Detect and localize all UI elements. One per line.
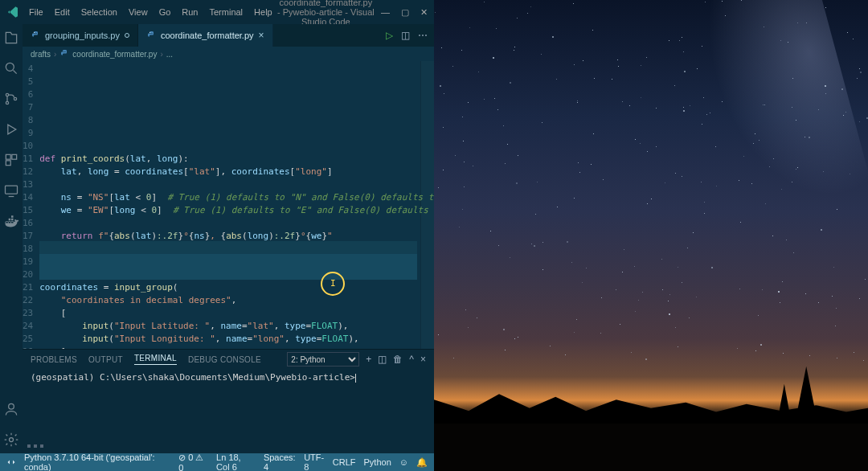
close-icon[interactable]: ✕ <box>420 7 428 18</box>
svg-rect-5 <box>12 154 17 159</box>
svg-point-8 <box>9 403 14 409</box>
account-icon[interactable] <box>2 400 20 418</box>
svg-rect-7 <box>6 186 18 194</box>
terminal-content[interactable]: (geospatial) C:\Users\shaka\Documents\Me… <box>23 369 434 439</box>
status-language[interactable]: Python <box>364 457 391 467</box>
tab-coordinate-formatter[interactable]: coordinate_formatter.py × <box>138 24 273 47</box>
desktop-wallpaper <box>434 0 868 471</box>
terminal-selector[interactable]: 2: Python <box>287 352 359 367</box>
modified-dot-icon <box>125 33 129 38</box>
kill-terminal-icon[interactable]: 🗑 <box>393 354 403 365</box>
status-python-env[interactable]: Python 3.7.10 64-bit ('geospatial': cond… <box>24 453 170 471</box>
breadcrumb[interactable]: drafts › coordinate_formatter.py › ... <box>23 47 434 61</box>
minimize-icon[interactable]: — <box>381 7 390 18</box>
editor-tabs: grouping_inputs.py coordinate_formatter.… <box>23 24 434 47</box>
python-file-icon <box>146 31 156 40</box>
maximize-icon[interactable]: ▢ <box>401 7 409 18</box>
settings-gear-icon[interactable] <box>2 431 20 448</box>
activity-bar <box>0 24 23 453</box>
split-terminal-icon[interactable]: ◫ <box>378 354 387 365</box>
status-eol[interactable]: CRLF <box>333 457 356 467</box>
titlebar[interactable]: File Edit Selection View Go Run Terminal… <box>0 0 434 24</box>
menu-bar: File Edit Selection View Go Run Terminal… <box>24 6 277 18</box>
status-feedback-icon[interactable]: ☺ <box>399 457 408 467</box>
python-file-icon <box>59 49 69 59</box>
code-content[interactable]: def print_coords(lat, long): lat, long =… <box>39 61 434 349</box>
menu-file[interactable]: File <box>24 6 48 18</box>
breadcrumb-file[interactable]: coordinate_formatter.py <box>72 50 157 59</box>
maximize-panel-icon[interactable]: ^ <box>409 354 414 365</box>
tab-grouping-inputs[interactable]: grouping_inputs.py <box>23 24 138 47</box>
panel-tab-debug-console[interactable]: DEBUG CONSOLE <box>188 355 261 364</box>
svg-rect-6 <box>6 161 10 166</box>
close-panel-icon[interactable]: × <box>420 354 426 365</box>
status-remote-icon[interactable] <box>6 457 16 467</box>
status-encoding[interactable]: UTF-8 <box>304 453 325 471</box>
status-bar: Python 3.7.10 64-bit ('geospatial': cond… <box>0 453 434 471</box>
run-debug-icon[interactable] <box>2 121 20 138</box>
svg-rect-4 <box>6 154 10 159</box>
breadcrumb-symbol[interactable]: ... <box>166 50 173 59</box>
python-file-icon <box>31 31 40 40</box>
remote-icon[interactable] <box>2 182 20 199</box>
chevron-right-icon: › <box>54 50 56 59</box>
menu-edit[interactable]: Edit <box>50 6 75 18</box>
svg-point-3 <box>14 97 16 100</box>
search-icon[interactable] <box>2 59 20 77</box>
svg-point-10 <box>34 32 35 33</box>
split-editor-icon[interactable]: ◫ <box>401 30 410 41</box>
status-indentation[interactable]: Spaces: 4 <box>264 453 296 471</box>
panel-tab-terminal[interactable]: TERMINAL <box>134 354 177 365</box>
status-cursor-position[interactable]: Ln 18, Col 6 <box>216 453 256 471</box>
svg-point-1 <box>6 93 8 96</box>
tab-label: coordinate_formatter.py <box>161 31 254 40</box>
tab-label: grouping_inputs.py <box>45 31 120 40</box>
svg-point-9 <box>10 438 14 442</box>
window-title: coordinate_formatter.py - Pywebio-articl… <box>277 0 375 27</box>
bottom-panel: PROBLEMS OUTPUT TERMINAL DEBUG CONSOLE 2… <box>23 349 434 439</box>
source-control-icon[interactable] <box>2 90 20 108</box>
vscode-window: File Edit Selection View Go Run Terminal… <box>0 0 434 471</box>
menu-terminal[interactable]: Terminal <box>205 6 248 18</box>
panel-tab-problems[interactable]: PROBLEMS <box>31 355 77 364</box>
new-terminal-icon[interactable]: + <box>366 354 371 365</box>
svg-point-0 <box>6 63 14 71</box>
svg-point-2 <box>6 101 8 104</box>
tab-close-icon[interactable]: × <box>259 30 264 41</box>
code-editor[interactable]: 4567891011121314151617181920212223242526… <box>23 61 434 349</box>
menu-view[interactable]: View <box>124 6 153 18</box>
svg-point-11 <box>149 32 150 33</box>
docker-icon[interactable] <box>2 212 20 230</box>
terminal-caret <box>355 374 356 383</box>
menu-help[interactable]: Help <box>249 6 277 18</box>
explorer-icon[interactable] <box>2 29 20 47</box>
terminal-prompt: (geospatial) C:\Users\shaka\Documents\Me… <box>31 372 355 383</box>
vscode-logo-icon <box>6 6 19 18</box>
status-notifications-icon[interactable]: 🔔 <box>416 457 428 468</box>
line-number-gutter: 4567891011121314151617181920212223242526… <box>23 61 39 349</box>
window-controls: — ▢ ✕ <box>381 7 428 18</box>
chevron-right-icon: › <box>160 50 162 59</box>
extensions-icon[interactable] <box>2 151 20 169</box>
menu-run[interactable]: Run <box>177 6 203 18</box>
panel-tab-output[interactable]: OUTPUT <box>88 355 123 364</box>
more-actions-icon[interactable]: ⋯ <box>418 30 428 41</box>
panel-bottom-strip <box>23 439 434 453</box>
run-file-icon[interactable]: ▷ <box>386 30 393 41</box>
status-problems[interactable]: ⊘ 0 ⚠ 0 <box>178 453 208 472</box>
menu-go[interactable]: Go <box>154 6 176 18</box>
menu-selection[interactable]: Selection <box>76 6 122 18</box>
breadcrumb-folder[interactable]: drafts <box>31 50 51 59</box>
